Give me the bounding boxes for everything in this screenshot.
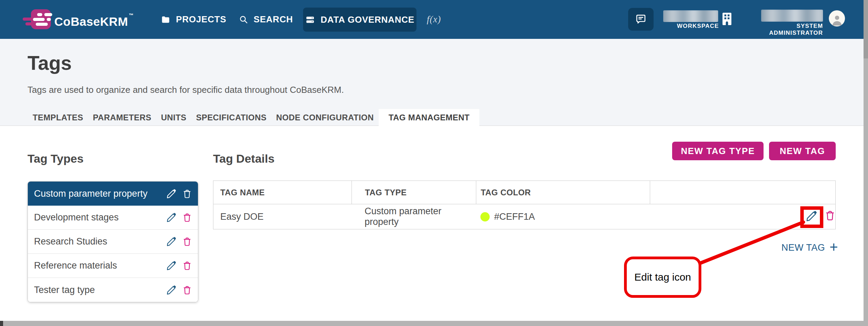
tag-types-list: Custom parameter property Development st…	[27, 181, 198, 302]
logo-bar	[33, 18, 45, 21]
user-role-label: SYSTEM ADMINISTRATOR	[749, 23, 823, 36]
trash-icon	[182, 285, 192, 295]
cell-tag-name: Easy DOE	[213, 204, 352, 229]
trash-icon	[824, 209, 836, 221]
nav-data-governance[interactable]: DATA GOVERNANCE	[303, 8, 416, 32]
tab-bar: TEMPLATES PARAMETERS UNITS SPECIFICATION…	[27, 109, 479, 126]
chat-icon	[634, 13, 647, 26]
server-icon	[305, 15, 315, 25]
tag-type-label: Research Studies	[34, 236, 166, 247]
pencil-icon	[166, 236, 177, 247]
table-header-row: TAG NAME TAG TYPE TAG COLOR	[213, 181, 835, 204]
tab-node-configuration[interactable]: NODE CONFIGURATION	[271, 109, 379, 126]
tag-type-item-selected[interactable]: Custom parameter property	[28, 182, 198, 206]
brand-name: CoBaseKRM™	[54, 12, 134, 29]
pencil-icon	[166, 188, 177, 199]
tag-type-item[interactable]: Tester tag type	[28, 278, 198, 302]
horizontal-scrollbar-nub	[0, 321, 3, 326]
table-row: Easy DOE Custom parameter property #CEFF…	[213, 204, 835, 229]
workspace-label: WORKSPACE	[663, 23, 719, 30]
new-tag-type-button[interactable]: NEW TAG TYPE	[672, 142, 764, 160]
new-tag-link[interactable]: NEW TAG +	[781, 242, 838, 254]
edit-tag-type-button[interactable]	[166, 188, 177, 199]
annotation-label: Edit tag icon	[634, 271, 691, 283]
tab-specifications[interactable]: SPECIFICATIONS	[191, 109, 271, 126]
tag-type-label: Reference materials	[34, 260, 166, 271]
logo-bar	[47, 18, 51, 21]
delete-tag-button[interactable]	[824, 209, 836, 221]
person-icon	[830, 13, 844, 26]
user-name-redacted	[761, 10, 823, 22]
tag-details-table: TAG NAME TAG TYPE TAG COLOR Easy DOE Cus…	[213, 181, 836, 229]
tab-parameters[interactable]: PARAMETERS	[88, 109, 156, 126]
tab-tag-management[interactable]: TAG MANAGEMENT	[379, 109, 480, 126]
cell-tag-color: #CEFF1A	[476, 204, 650, 229]
column-header-tag-type: TAG TYPE	[352, 181, 476, 204]
trademark-symbol: ™	[129, 12, 134, 18]
page-title: Tags	[27, 52, 72, 74]
workspace-name-redacted	[663, 10, 718, 22]
cell-tag-type: Custom parameter property	[352, 204, 476, 229]
vertical-scrollbar[interactable]	[864, 0, 868, 326]
tag-color-swatch	[480, 212, 490, 221]
nav-projects[interactable]: PROJECTS	[161, 0, 226, 39]
logo-bar	[37, 13, 42, 16]
app-logo[interactable]	[23, 9, 54, 31]
trash-icon	[182, 236, 192, 247]
tag-type-label: Tester tag type	[34, 285, 166, 295]
tag-details-heading: Tag Details	[213, 152, 275, 165]
page-description: Tags are used to organize and search for…	[27, 85, 344, 95]
search-icon	[239, 15, 248, 24]
fx-icon: f(x)	[427, 14, 441, 25]
tag-color-hex: #CEFF1A	[494, 211, 535, 222]
trash-icon	[182, 260, 192, 271]
new-tag-link-label: NEW TAG	[781, 242, 825, 253]
nav-data-governance-label: DATA GOVERNANCE	[321, 14, 414, 25]
nav-projects-label: PROJECTS	[176, 14, 226, 25]
user-avatar[interactable]	[829, 10, 845, 26]
tag-types-heading: Tag Types	[27, 152, 84, 165]
nav-functions[interactable]: f(x)	[427, 0, 441, 39]
app-header: CoBaseKRM™ PROJECTS SEARCH DATA GOVERNAN…	[0, 0, 864, 39]
plus-icon: +	[830, 241, 838, 253]
edit-tag-button[interactable]	[805, 210, 817, 222]
edit-tag-type-button[interactable]	[166, 260, 177, 271]
delete-tag-type-button[interactable]	[182, 188, 192, 199]
trash-icon	[182, 212, 192, 223]
new-tag-button[interactable]: NEW TAG	[769, 142, 836, 160]
delete-tag-type-button[interactable]	[182, 236, 192, 247]
edit-tag-type-button[interactable]	[166, 236, 177, 247]
tag-type-item[interactable]: Reference materials	[28, 254, 198, 278]
tag-type-label: Development stages	[34, 212, 166, 223]
pencil-icon	[166, 212, 177, 223]
edit-tag-type-button[interactable]	[166, 212, 177, 223]
pencil-icon	[166, 285, 177, 295]
tab-templates[interactable]: TEMPLATES	[27, 109, 88, 126]
nav-search[interactable]: SEARCH	[239, 0, 293, 39]
annotation-callout: Edit tag icon	[624, 257, 701, 298]
logo-bar	[44, 13, 52, 16]
column-header-tag-name: TAG NAME	[213, 181, 352, 204]
pencil-icon	[166, 260, 177, 271]
column-header-actions	[650, 181, 835, 204]
building-icon	[722, 12, 732, 26]
tag-type-label: Custom parameter property	[34, 188, 166, 199]
horizontal-scrollbar[interactable]	[0, 321, 868, 326]
folder-icon	[161, 15, 170, 24]
delete-tag-type-button[interactable]	[182, 212, 192, 223]
chat-button[interactable]	[628, 8, 654, 31]
delete-tag-type-button[interactable]	[182, 260, 192, 271]
pencil-icon	[805, 210, 817, 222]
vertical-scrollbar-thumb[interactable]	[864, 0, 868, 58]
tag-type-item[interactable]: Research Studies	[28, 230, 198, 254]
nav-search-label: SEARCH	[254, 14, 293, 25]
column-header-tag-color: TAG COLOR	[476, 181, 650, 204]
tab-units[interactable]: UNITS	[156, 109, 191, 126]
edit-tag-type-button[interactable]	[166, 285, 177, 295]
delete-tag-type-button[interactable]	[182, 285, 192, 295]
tag-type-item[interactable]: Development stages	[28, 206, 198, 230]
logo-bar	[36, 23, 48, 26]
trash-icon	[182, 188, 192, 199]
